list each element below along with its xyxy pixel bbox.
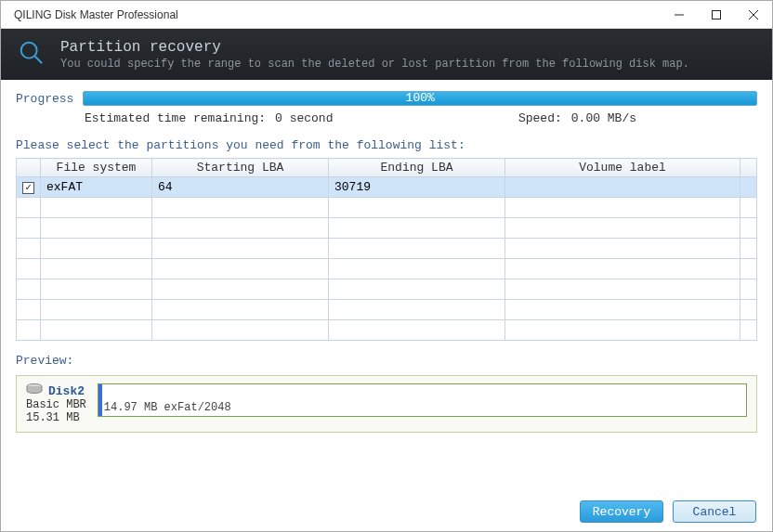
partition-text: 14.97 MB exFat/2048 (104, 401, 231, 414)
magnifier-icon (18, 39, 46, 71)
svg-rect-4 (713, 10, 721, 19)
col-check[interactable] (17, 159, 41, 177)
cell-volume-label (505, 177, 740, 198)
progress-label: Progress (16, 92, 73, 106)
col-filesystem[interactable]: File system (41, 159, 152, 177)
time-remaining-value: 0 second (275, 111, 333, 125)
banner: Partition recovery You could specify the… (1, 29, 772, 80)
banner-subtitle: You could specify the range to scan the … (60, 58, 689, 71)
progress-bar: 100% (83, 91, 757, 106)
preview-label: Preview: (16, 354, 757, 368)
row-checkbox[interactable] (22, 182, 34, 194)
cell-starting-lba: 64 (152, 177, 329, 198)
banner-title: Partition recovery (60, 39, 689, 56)
col-ending-lba[interactable]: Ending LBA (329, 159, 505, 177)
col-spacer (740, 159, 757, 177)
speed-label: Speed: (518, 111, 562, 125)
col-starting-lba[interactable]: Starting LBA (152, 159, 329, 177)
recovery-button[interactable]: Recovery (580, 500, 663, 523)
close-button[interactable] (735, 1, 772, 29)
speed-value: 0.00 MB/s (571, 111, 636, 125)
partition-used-segment (98, 384, 102, 416)
minimize-button[interactable] (661, 1, 698, 29)
table-row[interactable]: exFAT 64 30719 (17, 177, 757, 198)
table-row-empty (17, 300, 757, 320)
svg-line-8 (35, 56, 43, 63)
cell-filesystem: exFAT (41, 177, 152, 198)
disk-icon (26, 383, 43, 398)
table-row-empty (17, 320, 757, 341)
partition-bar[interactable]: 14.97 MB exFat/2048 (98, 383, 747, 417)
partition-table: File system Starting LBA Ending LBA Volu… (16, 158, 757, 341)
table-row-empty (17, 239, 757, 259)
table-row-empty (17, 259, 757, 279)
col-volume-label[interactable]: Volume label (505, 159, 740, 177)
preview-box: Disk2 Basic MBR 15.31 MB 14.97 MB exFat/… (16, 375, 757, 433)
progress-percent: 100% (406, 91, 435, 105)
disk-type: Basic MBR (26, 398, 86, 411)
maximize-button[interactable] (698, 1, 735, 29)
cell-ending-lba: 30719 (329, 177, 505, 198)
table-row-empty (17, 198, 757, 218)
svg-point-7 (21, 42, 37, 58)
time-remaining-label: Estimated time remaining: (85, 111, 266, 125)
window-title: QILING Disk Master Professional (14, 8, 178, 21)
table-instruction: Please select the partitions you need fr… (16, 138, 757, 152)
disk-name: Disk2 (48, 384, 85, 398)
titlebar: QILING Disk Master Professional (1, 1, 772, 29)
table-row-empty (17, 279, 757, 300)
table-row-empty (17, 218, 757, 239)
cancel-button[interactable]: Cancel (673, 500, 756, 523)
disk-size: 15.31 MB (26, 411, 86, 424)
